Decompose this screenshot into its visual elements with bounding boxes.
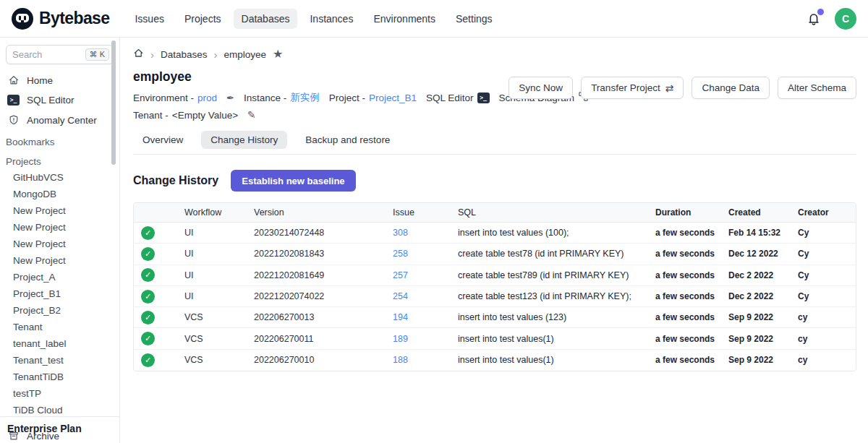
change-data-button[interactable]: Change Data [692,77,770,99]
status-cell: ✓ [134,311,184,324]
sidebar-item-anomaly-center[interactable]: Anomaly Center [0,110,119,130]
nav-item-issues[interactable]: Issues [127,9,171,29]
sidebar-project-testtp[interactable]: testTP [0,385,119,402]
main-nav: IssuesProjectsDatabasesInstancesEnvironm… [127,9,500,29]
establish-baseline-button[interactable]: Establish new baseline [231,170,355,192]
issue-link[interactable]: 194 [393,312,408,322]
avatar[interactable]: C [835,8,856,30]
edit-pencil-icon[interactable]: ✎ [247,109,256,121]
project-link[interactable]: Project_B1 [369,93,417,103]
notifications-button[interactable] [806,11,822,27]
sidebar-item-home[interactable]: Home [0,70,119,90]
table-row[interactable]: ✓UI20221202081649257create table test789… [134,265,856,286]
sidebar-project-tenant-test[interactable]: Tenant_test [0,352,119,369]
nav-item-environments[interactable]: Environments [365,9,443,29]
tab-backup-and-restore[interactable]: Backup and restore [296,131,399,149]
workflow-cell: VCS [184,355,254,365]
tab-overview[interactable]: Overview [133,131,192,149]
issue-link[interactable]: 308 [393,228,408,238]
breadcrumb-databases[interactable]: Databases [161,49,208,60]
version-cell: 202206270010 [254,355,393,365]
created-cell: Dec 2 2022 [728,291,798,301]
success-check-icon: ✓ [141,332,155,345]
issue-link[interactable]: 189 [393,334,408,344]
sidebar-project-tenant-label[interactable]: tenant_label [0,335,119,352]
table-row[interactable]: ✓VCS202206270013194insert into test valu… [134,307,856,328]
home-breadcrumb-icon[interactable] [133,48,144,61]
workflow-cell: UI [184,249,254,259]
search-box[interactable]: ⌘ K [6,45,114,64]
workflow-cell: VCS [184,334,254,344]
sidebar-project-new-project[interactable]: New Project [0,236,119,252]
plan-label[interactable]: Enterprise Plan [0,416,119,443]
meta-instance: Instance - 新实例 [244,91,320,104]
table-row[interactable]: ✓UI20221202081843258create table test78 … [134,244,856,264]
meta-project: Project - Project_B1 [329,93,417,103]
sidebar-item-label: Anomaly Center [27,115,97,126]
version-cell: 20221202081649 [254,270,393,280]
status-cell: ✓ [134,290,184,304]
creator-cell: Cy [798,291,856,301]
breadcrumb-employee[interactable]: employee [224,49,267,60]
nav-item-settings[interactable]: Settings [448,9,501,29]
sidebar-project-new-project[interactable]: New Project [0,219,119,236]
nav-item-databases[interactable]: Databases [234,9,298,29]
sidebar-project-tenanttidb[interactable]: TenantTiDB [0,369,119,385]
creator-cell: Cy [798,249,856,259]
table-row[interactable]: ✓UI20221202074022254create table test123… [134,286,856,307]
workflow-cell: UI [184,291,254,301]
workflow-cell: UI [184,270,254,280]
sync-now-button[interactable]: Sync Now [509,77,573,99]
creator-cell: Cy [798,270,856,280]
sql-cell: insert into test values (123) [458,312,655,322]
search-input[interactable] [12,49,72,60]
environment-link[interactable]: prod [197,93,217,103]
breadcrumb: › Databases › employee ★ [133,48,856,61]
instance-link[interactable]: 新实例 [290,91,320,104]
tab-bar: OverviewChange HistoryBackup and restore [133,131,856,155]
sidebar-project-project-b2[interactable]: Project_B2 [0,302,119,319]
success-check-icon: ✓ [141,353,155,367]
status-cell: ✓ [134,268,184,282]
sidebar-scrollbar[interactable] [111,40,116,165]
sidebar-section-bookmarks[interactable]: Bookmarks [0,130,119,150]
table-row[interactable]: ✓UI20230214072448308insert into test val… [134,223,856,244]
table-row[interactable]: ✓VCS202206270010188insert into test valu… [134,350,856,371]
sidebar-project-tenant[interactable]: Tenant [0,319,119,335]
sidebar-project-new-project[interactable]: New Project [0,202,119,219]
table-row[interactable]: ✓VCS202206270011189insert into test valu… [134,328,856,349]
nav-item-instances[interactable]: Instances [302,9,361,29]
sidebar-project-project-b1[interactable]: Project_B1 [0,285,119,302]
column-header-sql: SQL [458,207,655,218]
sidebar-section-projects[interactable]: Projects [0,150,119,169]
issue-link[interactable]: 257 [393,270,408,280]
duration-cell: a few seconds [655,355,728,365]
workflow-cell: UI [184,228,254,238]
sql-editor-shortcut[interactable]: SQL Editor >_ [426,93,490,103]
duration-cell: a few seconds [655,291,728,301]
created-cell: Sep 9 2022 [728,355,798,365]
alter-schema-button[interactable]: Alter Schema [778,77,856,99]
duration-cell: a few seconds [655,334,728,344]
nav-item-projects[interactable]: Projects [176,9,229,29]
column-header-creator: Creator [798,207,856,218]
favorite-star-icon[interactable]: ★ [273,48,283,60]
success-check-icon: ✓ [141,268,155,282]
sidebar-project-new-project[interactable]: New Project [0,252,119,269]
creator-cell: Cy [798,228,856,238]
sidebar-project-project-a[interactable]: Project_A [0,269,119,285]
success-check-icon: ✓ [141,247,155,261]
sidebar-project-mongodb[interactable]: MongoDB [0,186,119,202]
bytebase-logo[interactable]: Bytebase [12,8,109,30]
brand-name: Bytebase [39,9,109,28]
sidebar-project-githubvcs[interactable]: GitHubVCS [0,169,119,186]
duration-cell: a few seconds [655,228,728,238]
issue-link[interactable]: 254 [393,291,408,301]
transfer-project-button[interactable]: Transfer Project⇄ [581,77,684,99]
issue-link[interactable]: 258 [393,249,408,259]
tab-change-history[interactable]: Change History [201,131,287,149]
sql-cell: insert into test values (100); [458,228,655,238]
issue-link[interactable]: 188 [393,355,408,365]
sidebar-item-sql-editor[interactable]: >_ SQL Editor [0,90,119,110]
action-button-label: Transfer Project [591,82,660,93]
